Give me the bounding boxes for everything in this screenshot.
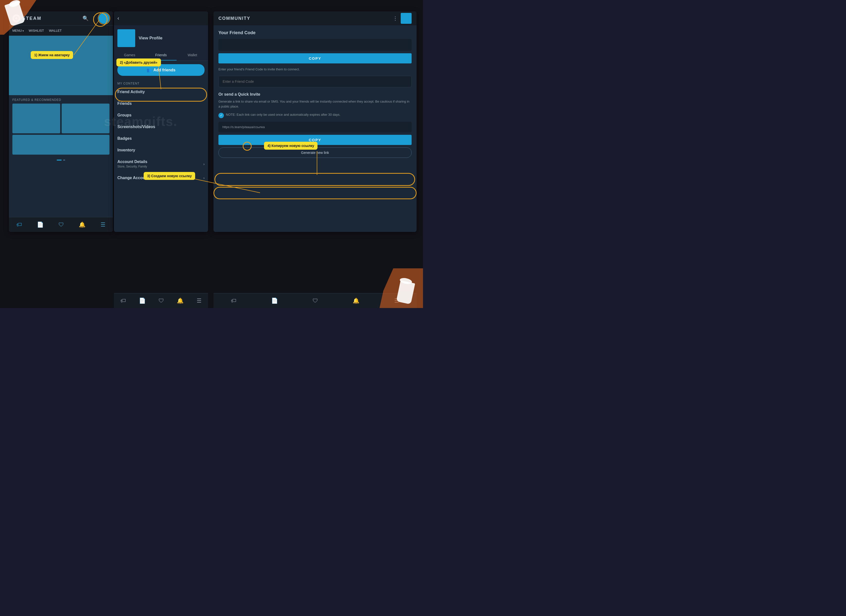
menu-item-screenshots[interactable]: Screenshots/Videos bbox=[118, 121, 204, 133]
featured-thumb-2 bbox=[62, 104, 109, 133]
account-sub: Store, Security, Family bbox=[118, 165, 147, 168]
menu-item-label: Badges bbox=[118, 136, 132, 141]
shield-icon[interactable]: 🛡 bbox=[159, 298, 164, 304]
shield-icon[interactable]: 🛡 bbox=[313, 298, 318, 304]
menu-bottom-bar: 🏷 📄 🛡 🔔 ☰ bbox=[114, 293, 208, 308]
menu-item-label: Inventory bbox=[118, 148, 135, 152]
annotation-2: 2) «Добавить друзей» bbox=[116, 59, 161, 66]
annotation-4-text: 4) Копируем новую ссылку bbox=[267, 144, 314, 148]
shield-icon[interactable]: 🛡 bbox=[59, 222, 64, 228]
tag-icon[interactable]: 🏷 bbox=[16, 222, 22, 228]
back-arrow-icon[interactable]: ‹ bbox=[118, 15, 119, 22]
steam-bottom-bar: 🏷 📄 🛡 🔔 ☰ bbox=[9, 217, 113, 232]
tab-wallet[interactable]: Wallet bbox=[176, 50, 208, 60]
community-panel: COMMUNITY ⋮ Your Friend Code COPY Enter … bbox=[213, 12, 417, 232]
bell-icon[interactable]: 🔔 bbox=[352, 298, 359, 304]
menu-item-friends[interactable]: Friends bbox=[118, 98, 204, 110]
steam-header-icons: 🔍 ⋮ bbox=[82, 13, 109, 24]
copy-friend-code-button[interactable]: COPY bbox=[219, 53, 411, 63]
tag-icon[interactable]: 🏷 bbox=[120, 298, 126, 304]
tag-icon[interactable]: 🏷 bbox=[231, 298, 236, 304]
friend-code-input[interactable] bbox=[219, 76, 411, 87]
menu-item-inventory[interactable]: Inventory bbox=[118, 144, 204, 156]
quick-invite-title: Or send a Quick Invite bbox=[219, 92, 411, 97]
featured-thumb-3 bbox=[12, 135, 109, 154]
featured-thumb-1 bbox=[12, 104, 60, 133]
my-content-label: MY CONTENT bbox=[114, 79, 208, 86]
community-title: COMMUNITY bbox=[219, 16, 250, 21]
user-menu-panel: ‹ View Profile Games Friends Wallet 👥 Ad… bbox=[114, 12, 208, 232]
community-more-icon[interactable]: ⋮ bbox=[393, 15, 398, 21]
menu-item-friend-activity[interactable]: Friend Activity bbox=[118, 86, 204, 98]
note-text: NOTE: Each link can only be used once an… bbox=[226, 112, 340, 117]
chevron-icon: › bbox=[203, 162, 204, 166]
community-body: Your Friend Code COPY Enter your friend'… bbox=[213, 25, 417, 217]
featured-grid bbox=[9, 104, 113, 158]
page-dot-active bbox=[57, 160, 62, 160]
menu-item-badges[interactable]: Badges bbox=[118, 133, 204, 144]
add-friends-icon: 👥 bbox=[147, 68, 151, 72]
view-profile-section: View Profile bbox=[114, 25, 208, 50]
nav-wallet[interactable]: WALLET bbox=[49, 29, 62, 32]
avatar-ring bbox=[98, 12, 110, 25]
menu-item-label: Groups bbox=[118, 113, 132, 118]
community-header-right: ⋮ bbox=[393, 13, 411, 24]
friend-code-title: Your Friend Code bbox=[219, 30, 411, 35]
friend-code-desc: Enter your friend's Friend Code to invit… bbox=[219, 67, 411, 72]
menu-icon[interactable]: ☰ bbox=[197, 298, 201, 304]
invite-link-box: https://s.team/p/ваша/ссылка bbox=[219, 122, 411, 132]
menu-item-account[interactable]: Account Details Store, Security, Family … bbox=[118, 156, 204, 172]
annotation-1: 1) Жмем на аватарку bbox=[31, 51, 73, 59]
deco-br bbox=[369, 268, 423, 308]
check-icon: ✓ bbox=[219, 113, 224, 118]
annotation-1-text: 1) Жмем на аватарку bbox=[34, 53, 70, 57]
annotation-2-text: 2) «Добавить друзей» bbox=[120, 60, 157, 65]
annotation-4: 4) Копируем новую ссылку bbox=[264, 142, 317, 150]
quick-invite-desc: Generate a link to share via email or SM… bbox=[219, 99, 411, 110]
more-icon[interactable]: ⋮ bbox=[91, 15, 96, 21]
pagination bbox=[9, 158, 113, 162]
doc-icon[interactable]: 📄 bbox=[37, 222, 44, 228]
bell-icon[interactable]: 🔔 bbox=[79, 222, 85, 228]
menu-icon[interactable]: ☰ bbox=[101, 222, 106, 228]
doc-icon[interactable]: 📄 bbox=[271, 298, 278, 304]
featured-label: FEATURED & RECOMMENDED bbox=[9, 95, 113, 104]
featured-banner bbox=[9, 36, 113, 95]
search-icon[interactable]: 🔍 bbox=[82, 15, 89, 21]
menu-item-label: Screenshots/Videos bbox=[118, 125, 155, 129]
chevron-icon: › bbox=[203, 176, 204, 180]
page-dot bbox=[63, 160, 65, 160]
avatar-container[interactable] bbox=[98, 13, 109, 24]
menu-item-label: Friend Activity bbox=[118, 90, 145, 94]
menu-items-list: Friend Activity Friends Groups Screensho… bbox=[114, 86, 208, 184]
quick-invite-note: ✓ NOTE: Each link can only be used once … bbox=[219, 112, 411, 118]
deco-tl bbox=[0, 0, 50, 35]
menu-item-groups[interactable]: Groups bbox=[118, 110, 204, 121]
community-header: COMMUNITY ⋮ bbox=[213, 12, 417, 25]
menu-item-label: Account Details Store, Security, Family bbox=[118, 160, 147, 169]
steam-panel: STEAM 🔍 ⋮ MENU WISHLIST WALLET FEATURED … bbox=[9, 12, 113, 232]
menu-item-label: Friends bbox=[118, 101, 132, 106]
view-profile-btn[interactable]: View Profile bbox=[139, 36, 163, 41]
annotation-3-text: 3) Создаем новую ссылку bbox=[147, 174, 192, 178]
menu-top-bar: ‹ bbox=[114, 12, 208, 25]
doc-icon[interactable]: 📄 bbox=[139, 298, 145, 304]
bell-icon[interactable]: 🔔 bbox=[177, 298, 184, 304]
profile-avatar bbox=[118, 29, 135, 47]
friend-code-box bbox=[219, 39, 411, 51]
add-friends-label: Add friends bbox=[154, 68, 176, 72]
community-avatar bbox=[401, 13, 411, 24]
annotation-3: 3) Создаем новую ссылку bbox=[144, 172, 195, 180]
